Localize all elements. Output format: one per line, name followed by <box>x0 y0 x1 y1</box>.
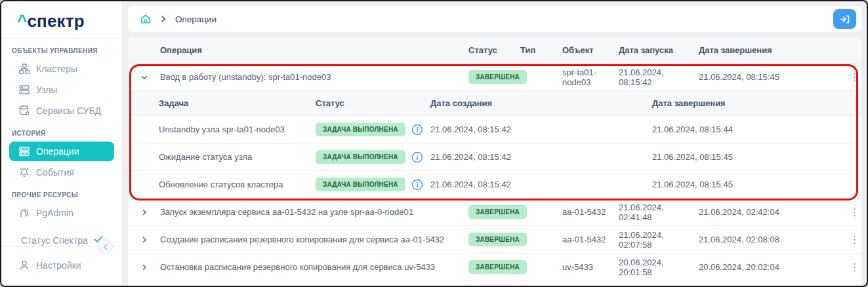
chevron-right-icon[interactable] <box>128 208 160 216</box>
status-badge: ЗАВЕРШЕНА <box>468 233 527 246</box>
breadcrumb-current: Операции <box>175 14 217 24</box>
subcol-status: Статус <box>316 98 430 108</box>
operations-icon <box>18 145 30 157</box>
nodes-icon <box>18 84 30 96</box>
task-name: Обновление статусов кластера <box>159 180 316 189</box>
sidebar-item-label: Узлы <box>36 85 58 95</box>
col-operation: Операция <box>160 45 468 55</box>
sidebar-item-label: Операции <box>36 146 79 157</box>
status-badge: ЗАВЕРШЕНА <box>468 260 527 274</box>
finish-date: 21.06.2024, 08:15:44 <box>652 124 861 134</box>
sidebar-collapse-button[interactable] <box>98 239 113 254</box>
start-date: 20.06.2024, 20:01:58 <box>619 258 699 277</box>
task-name: Unstandby узла spr-ta01-node03 <box>159 124 316 134</box>
db-services-icon <box>18 105 30 117</box>
table-row[interactable]: Ввод в работу (unstandby): spr-ta01-node… <box>128 64 861 91</box>
sidebar-item-label: Кластеры <box>36 64 77 74</box>
col-finish-date: Дата завершения <box>699 45 848 55</box>
app-window: ^спектр ОБЪЕКТЫ УПРАВЛЕНИЯ Кластеры Узлы… <box>0 0 868 287</box>
task-status-badge: ЗАДАЧА ВЫПОЛНЕНА <box>316 123 405 136</box>
kebab-menu-icon[interactable]: ⋮ <box>848 207 861 218</box>
finish-date: 21.06.2024, 02:08:08 <box>699 235 848 244</box>
sidebar-item-label: Сервисы СУБД <box>36 105 101 116</box>
chevron-right-icon <box>159 15 167 23</box>
chevron-right-icon[interactable] <box>128 236 160 244</box>
logo-caret: ^ <box>17 11 27 31</box>
home-icon[interactable] <box>140 13 152 25</box>
col-type: Тип <box>520 45 562 55</box>
sidebar-item-operations[interactable]: Операции <box>9 142 114 161</box>
operation-object: uv-5433 <box>562 262 619 272</box>
kebab-menu-icon[interactable]: ⋮ <box>848 235 861 245</box>
status-badge: ЗАВЕРШЕНА <box>468 205 527 219</box>
kebab-menu-icon[interactable]: ⋮ <box>848 262 861 273</box>
col-status: Статус <box>468 45 520 55</box>
start-date: 21.06.2024, 08:15:42 <box>619 67 699 87</box>
created-date: 21.06.2024, 08:15:42 <box>430 180 652 189</box>
sidebar-section-objects: ОБЪЕКТЫ УПРАВЛЕНИЯ <box>12 47 122 54</box>
status-badge: ЗАВЕРШЕНА <box>468 70 527 84</box>
subcol-created: Дата создания <box>430 98 652 108</box>
task-status-badge: ЗАДАЧА ВЫПОЛНЕНА <box>316 178 405 191</box>
info-icon[interactable] <box>411 151 423 163</box>
col-start-date: Дата запуска <box>619 45 699 55</box>
finish-date: 21.06.2024, 08:15:45 <box>652 152 861 162</box>
sidebar-item-db-services[interactable]: Сервисы СУБД <box>9 101 114 121</box>
start-date: 21.06.2024, 02:41:48 <box>619 202 699 222</box>
operation-object: aa-01-5432 <box>562 207 619 217</box>
events-icon <box>18 166 30 178</box>
sidebar-section-other: ПРОЧИЕ РЕСУРСЫ <box>12 191 122 199</box>
table-header-row: Операция Статус Тип Объект Дата запуска … <box>128 37 861 64</box>
finish-date: 20.06.2024, 20:02:04 <box>699 262 848 272</box>
finish-date: 21.06.2024, 02:42:04 <box>699 207 848 217</box>
table-row[interactable]: Создание расписания резервного копирован… <box>128 226 861 254</box>
sidebar-item-label: Настройки <box>36 260 81 271</box>
spektr-status-label: Статус Спектра <box>21 235 88 246</box>
sidebar-bottom: Настройки <box>1 246 122 286</box>
sidebar-item-label: PgAdmin <box>36 208 73 218</box>
col-object: Объект <box>562 45 619 55</box>
chevron-right-icon[interactable] <box>128 263 160 271</box>
start-date: 21.06.2024, 02:07:58 <box>619 230 699 250</box>
created-date: 21.06.2024, 08:15:42 <box>430 152 652 162</box>
pgadmin-icon <box>18 207 30 219</box>
table-row[interactable]: Остановка расписания резервного копирова… <box>128 254 861 281</box>
finish-date: 21.06.2024, 08:15:45 <box>699 72 848 82</box>
info-icon[interactable] <box>411 124 423 136</box>
sidebar: ^спектр ОБЪЕКТЫ УПРАВЛЕНИЯ Кластеры Узлы… <box>1 1 123 286</box>
finish-date: 21.06.2024, 08:15:45 <box>652 180 861 189</box>
operation-object: spr-ta01-node03 <box>562 67 619 87</box>
operation-object: aa-01-5432 <box>562 235 619 244</box>
sidebar-item-events[interactable]: События <box>9 163 114 182</box>
subcol-finished: Дата завершения <box>652 98 861 108</box>
user-icon <box>18 259 30 271</box>
subcol-task: Задача <box>159 98 316 108</box>
chevron-down-icon[interactable] <box>128 73 160 81</box>
clusters-icon <box>18 63 30 75</box>
table-row[interactable]: Запуск экземпляра сервиса aa-01-5432 на … <box>128 199 861 226</box>
kebab-menu-icon[interactable]: ⋮ <box>848 72 861 83</box>
sidebar-item-clusters[interactable]: Кластеры <box>9 59 114 79</box>
login-icon <box>839 14 850 25</box>
created-date: 21.06.2024, 08:15:42 <box>430 124 652 134</box>
operation-name: Запуск экземпляра сервиса aa-01-5432 на … <box>160 207 468 217</box>
operation-name: Создание расписания резервного копирован… <box>160 235 468 244</box>
subtable-row: Ожидание статуса узла ЗАДАЧА ВЫПОЛНЕНА 2… <box>128 144 861 171</box>
sidebar-item-nodes[interactable]: Узлы <box>9 80 114 100</box>
login-button[interactable] <box>833 9 856 29</box>
subtable-header-row: Задача Статус Дата создания Дата заверше… <box>128 91 861 116</box>
logo-word: спектр <box>27 11 84 31</box>
sidebar-item-settings[interactable]: Настройки <box>9 254 114 276</box>
subtable-row: Обновление статусов кластера ЗАДАЧА ВЫПО… <box>128 171 861 199</box>
task-name: Ожидание статуса узла <box>159 152 316 162</box>
main-area: Операции Операция Статус Тип Объект Дата… <box>123 1 867 286</box>
info-icon[interactable] <box>411 179 423 191</box>
sidebar-item-pgadmin[interactable]: PgAdmin <box>9 203 114 223</box>
app-logo: ^спектр <box>1 1 122 39</box>
task-status-badge: ЗАДАЧА ВЫПОЛНЕНА <box>316 150 405 164</box>
operations-table: Операция Статус Тип Объект Дата запуска … <box>128 37 861 286</box>
sidebar-item-label: События <box>36 167 74 178</box>
sidebar-section-history: ИСТОРИЯ <box>12 130 122 137</box>
subtable-row: Unstandby узла spr-ta01-node03 ЗАДАЧА ВЫ… <box>128 116 861 144</box>
operation-name: Остановка расписания резервного копирова… <box>160 262 468 272</box>
